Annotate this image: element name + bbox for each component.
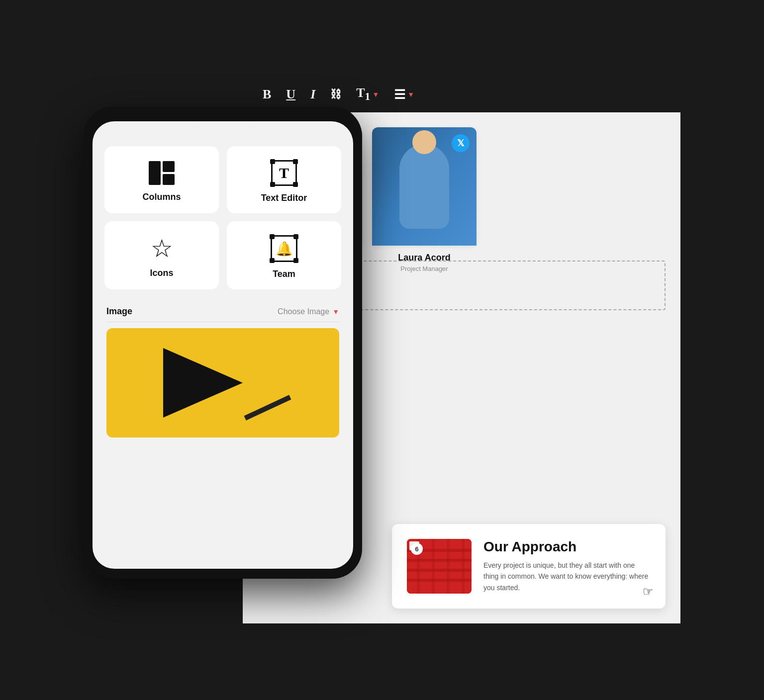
laura-social-badge[interactable]: 𝕏: [452, 134, 470, 152]
geo-image-svg: [106, 328, 339, 438]
icons-label: Icons: [150, 268, 173, 278]
text-size-label: T1: [356, 87, 370, 102]
phone: Columns T Text Editor: [84, 106, 362, 579]
image-section: Image Choose Image ▼: [104, 301, 341, 438]
phone-notch: [188, 106, 258, 120]
corner-bl: [270, 182, 275, 187]
choose-image-button[interactable]: Choose Image ▼: [278, 307, 339, 316]
bold-button[interactable]: B: [258, 85, 276, 104]
svg-rect-7: [447, 539, 450, 594]
team-corner-bl: [270, 258, 275, 263]
choose-image-arrow: ▼: [332, 308, 339, 316]
laura-photo: 𝕏: [372, 127, 477, 246]
underline-button[interactable]: U: [281, 85, 300, 104]
widget-icons[interactable]: ☆ Icons: [104, 221, 219, 289]
svg-rect-8: [462, 539, 465, 594]
widget-team[interactable]: 🔔 Team: [227, 221, 341, 289]
team-corner-br: [293, 258, 298, 263]
corner-tr: [293, 159, 298, 164]
italic-button[interactable]: I: [305, 85, 320, 104]
laura-name: Laura Acord: [379, 253, 470, 263]
laura-head: [412, 130, 436, 154]
choose-image-text: Choose Image: [278, 307, 329, 316]
image-preview: [106, 328, 339, 438]
approach-number: 6: [411, 543, 423, 555]
columns-label: Columns: [142, 192, 181, 202]
approach-title: Our Approach: [483, 539, 651, 555]
hand-icon: ☞: [643, 585, 654, 599]
list-button[interactable]: ☰ ▼: [389, 85, 419, 104]
approach-text: Our Approach Every project is unique, bu…: [483, 539, 651, 593]
star-icon: ☆: [151, 236, 173, 261]
widget-columns[interactable]: Columns: [104, 146, 219, 213]
approach-description: Every project is unique, but they all st…: [483, 560, 651, 593]
image-label: Image: [106, 306, 132, 317]
text-editor-label: Text Editor: [261, 193, 307, 203]
corner-tl: [270, 159, 275, 164]
text-editor-icon: T: [271, 160, 297, 186]
text-size-button[interactable]: T1 ▼: [351, 84, 384, 105]
columns-icon: [149, 161, 175, 185]
laura-figure: [399, 144, 449, 229]
list-icon: ☰: [394, 88, 405, 101]
phone-content: Columns T Text Editor: [93, 121, 353, 569]
svg-rect-6: [432, 539, 435, 594]
approach-card: 6 6 Our Approach Every: [392, 524, 666, 609]
col-bot-right: [163, 174, 175, 185]
team-card-laura: 𝕏 Laura Acord Project Manager: [372, 127, 477, 246]
team-bell-icon: 🔔: [271, 235, 297, 262]
link-button[interactable]: ⛓: [325, 86, 346, 103]
approach-image: 6 6: [407, 539, 472, 594]
widget-text-editor[interactable]: T Text Editor: [227, 146, 341, 213]
scene: B U I ⛓ T1 ▼ ☰ ▼ f Paul Davi: [84, 77, 680, 623]
list-arrow: ▼: [407, 91, 414, 98]
image-row: Image Choose Image ▼: [106, 301, 339, 322]
geo-image: [106, 328, 339, 438]
team-label: Team: [273, 269, 295, 279]
phone-screen: Columns T Text Editor: [93, 121, 353, 569]
team-corner-tl: [270, 234, 275, 239]
laura-role: Project Manager: [379, 265, 470, 272]
laura-info: Laura Acord Project Manager: [372, 246, 477, 279]
widget-grid: Columns T Text Editor: [104, 146, 341, 289]
col-left: [149, 161, 161, 185]
text-size-arrow: ▼: [372, 91, 379, 98]
corner-br: [293, 182, 298, 187]
team-corner-tr: [293, 234, 298, 239]
col-top-right: [163, 161, 175, 172]
